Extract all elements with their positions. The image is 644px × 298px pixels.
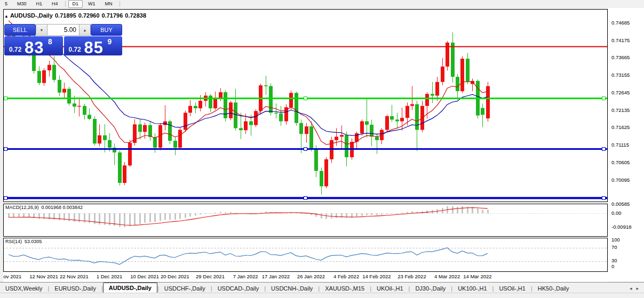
date-tick-label: 20 Dec 2021 [161, 273, 189, 279]
buy-price-display[interactable]: 0.72 85 9 [64, 36, 123, 55]
macd-name: MACD(12,26,9) [5, 205, 39, 210]
trading-terminal: 5M30H1H4D1W1MN 0.746850.741750.736650.73… [0, 0, 644, 298]
tab-xauusd-m15[interactable]: XAUUSD-,M15 [320, 284, 370, 293]
date-tick-label: 3 Nov 2021 [3, 273, 21, 279]
price-tick-label: 0.71115 [611, 142, 629, 148]
macd-tick-label: 0.00 [611, 210, 622, 216]
sell-price-display[interactable]: 0.72 83 8 [4, 36, 63, 55]
sell-price-prefix: 0.72 [9, 46, 21, 53]
macd-indicator-label: MACD(12,26,9)0.001968 0.003842 [5, 205, 85, 210]
volume-input[interactable] [47, 24, 79, 36]
price-axis[interactable]: 0.746850.741750.736650.731550.726450.721… [608, 8, 644, 281]
status-strip [0, 293, 644, 298]
date-tick-label: 23 Feb 2022 [397, 273, 426, 279]
tab-uk100-h1[interactable]: UK100-,H1 [452, 284, 492, 293]
tab-usdcnh-daily[interactable]: USDCNH-,Daily [266, 284, 318, 293]
timeframe-toolbar: 5M30H1H4D1W1MN [0, 0, 644, 8]
buy-price-pip: 9 [108, 37, 112, 46]
timeframe-button-m30[interactable]: M30 [13, 0, 31, 8]
rsi-indicator-label: RSI(14)53.0305 [5, 239, 45, 244]
ohlc-close: 0.72838 [125, 12, 146, 19]
tab-eurusd-daily[interactable]: EURUSD-,Daily [49, 284, 101, 293]
price-tick-label: 0.74175 [611, 37, 630, 43]
buy-button[interactable]: BUY [91, 24, 122, 36]
price-tick-label: 0.73665 [611, 54, 630, 60]
sell-price-pip: 8 [48, 37, 52, 46]
tab-scroll-right-icon[interactable]: ▸ [636, 286, 639, 291]
toolbar-separator [120, 1, 120, 7]
date-tick-label: 29 Dec 2021 [196, 273, 225, 279]
date-tick-label: 7 Jan 2022 [233, 273, 258, 279]
tab-usdchf-daily[interactable]: USDCHF-,Daily [159, 284, 211, 293]
date-tick-label: 14 Mar 2022 [463, 273, 491, 279]
timeframe-button-h4[interactable]: H4 [47, 0, 62, 8]
chart-cursor-icon: ▲ [4, 14, 9, 19]
price-tick-label: 0.72645 [611, 90, 630, 95]
ohlc-high: 0.72960 [78, 12, 100, 19]
date-axis[interactable]: 3 Nov 202112 Nov 202122 Nov 20211 Dec 20… [3, 272, 608, 282]
toolbar-separator [65, 1, 66, 7]
chart-tab-bar: USDX,Weekly|EURUSD-,Daily|AUDUSD-,Daily|… [0, 282, 644, 293]
date-tick-label: 12 Nov 2021 [29, 273, 58, 279]
tab-scroll-left-icon[interactable]: ◂ [630, 286, 632, 291]
sell-price-main: 83 [25, 38, 44, 55]
chevron-up-icon: ▲ [83, 28, 87, 32]
tab-hk50-daily[interactable]: HK50-,Daily [532, 284, 575, 293]
date-tick-label: 14 Feb 2022 [362, 273, 391, 279]
rsi-tick-label: 0 [611, 263, 614, 269]
date-tick-label: 17 Jan 2022 [262, 273, 290, 279]
macd-tick-label: 0.00585 [611, 201, 630, 207]
ohlc-low: 0.71796 [102, 12, 123, 19]
price-tick-label: 0.70095 [611, 177, 630, 183]
price-tick-label: 0.73155 [611, 72, 630, 78]
date-tick-label: 22 Nov 2021 [60, 273, 89, 279]
rsi-name: RSI(14) [5, 239, 22, 244]
date-tick-label: 1 Dec 2021 [97, 273, 123, 279]
timeframe-button-5[interactable]: 5 [1, 0, 12, 8]
date-tick-label: 4 Feb 2022 [333, 273, 359, 279]
chart-title: ▲AUDUSD-,Daily0.718950.729600.717960.728… [4, 12, 148, 19]
tab-ukoil-h1[interactable]: UKOil-,H1 [371, 284, 409, 293]
chart-symbol: AUDUSD-,Daily [10, 12, 53, 19]
date-tick-label: 4 Mar 2022 [434, 273, 460, 279]
tab-usdx-weekly[interactable]: USDX,Weekly [0, 284, 47, 293]
timeframe-button-w1[interactable]: W1 [84, 0, 100, 8]
sell-button[interactable]: SELL [4, 24, 36, 36]
macd-values: 0.001968 0.003842 [42, 205, 83, 210]
buy-price-prefix: 0.72 [69, 46, 81, 53]
one-click-trading-panel: SELL ▼ ▲ BUY 0.72 83 8 0.72 85 9 [4, 24, 122, 56]
date-tick-label: 26 Jan 2022 [297, 273, 325, 279]
rsi-tick-label: 100 [611, 237, 620, 243]
timeframe-button-h1[interactable]: H1 [32, 0, 47, 8]
rsi-tick-label: 30 [611, 257, 617, 263]
tab-dj30-daily[interactable]: DJ30-,Daily [410, 284, 451, 293]
tab-usoil-h1[interactable]: USOil-,H1 [494, 284, 531, 293]
timeframe-button-mn[interactable]: MN [101, 0, 117, 8]
volume-decrease-button[interactable]: ▼ [36, 24, 47, 36]
timeframe-button-d1[interactable]: D1 [68, 0, 83, 8]
date-tick-label: 10 Dec 2021 [130, 273, 159, 279]
volume-increase-button[interactable]: ▲ [79, 24, 91, 36]
price-tick-label: 0.74685 [611, 20, 630, 26]
rsi-value: 53.0305 [25, 239, 42, 244]
buy-price-main: 85 [84, 38, 104, 55]
tab-audusd-daily[interactable]: AUDUSD-,Daily [103, 283, 157, 293]
tab-usdcad-daily[interactable]: USDCAD-,Daily [212, 284, 265, 293]
macd-tick-label: -0.00918 [611, 224, 632, 230]
rsi-tick-label: 70 [611, 244, 617, 250]
price-tick-label: 0.71625 [611, 124, 630, 130]
price-tick-label: 0.72135 [611, 107, 630, 113]
price-tick-label: 0.70605 [611, 159, 630, 165]
ohlc-open: 0.71895 [55, 12, 76, 19]
chevron-down-icon: ▼ [40, 28, 44, 32]
